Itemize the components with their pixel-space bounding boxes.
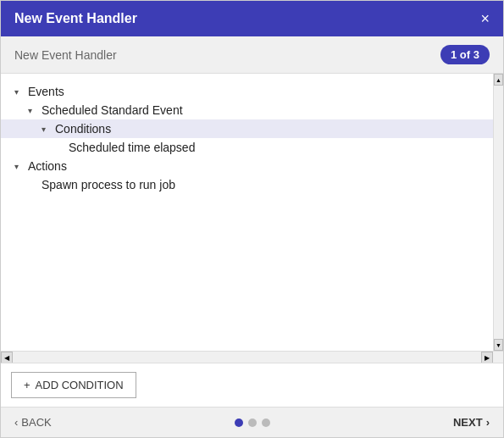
tree-item-label: Scheduled time elapsed (69, 141, 195, 154)
modal-footer: ‹ BACK NEXT › (1, 408, 503, 437)
add-condition-bar: + ADD CONDITION (1, 363, 503, 408)
scroll-right-arrow[interactable]: ▶ (481, 352, 493, 363)
chevron-icon: ▾ (42, 125, 55, 134)
tree-item-events[interactable]: ▾ Events (1, 82, 493, 101)
plus-icon: + (24, 379, 30, 391)
next-chevron-icon: › (486, 416, 490, 429)
tree-item-spawn-process[interactable]: Spawn process to run job (1, 175, 493, 194)
tree-item-scheduled-event[interactable]: ▾ Scheduled Standard Event (1, 101, 493, 119)
dot-2 (248, 419, 257, 427)
back-button[interactable]: ‹ BACK (14, 416, 52, 429)
pagination-dots (235, 419, 270, 427)
right-scrollbar[interactable]: ▲ ▼ (493, 74, 503, 351)
scroll-down-arrow[interactable]: ▼ (494, 339, 503, 351)
chevron-icon (55, 143, 69, 152)
tree-item-label: Spawn process to run job (42, 178, 175, 191)
footer-left: ‹ BACK (14, 416, 52, 429)
tree-item-label: Conditions (55, 122, 111, 136)
bottom-scrollbar-track (13, 352, 481, 363)
tree-item-conditions[interactable]: ▾ Conditions (1, 119, 493, 138)
add-condition-label: ADD CONDITION (36, 379, 124, 391)
scrollbar-track (494, 86, 503, 339)
step-badge: 1 of 3 (440, 45, 490, 64)
chevron-icon (28, 180, 42, 190)
modal-body: ▾ Events ▾ Scheduled Standard Event ▾ Co… (1, 74, 503, 351)
next-label: NEXT (453, 416, 483, 429)
tree-item-label: Actions (28, 159, 67, 173)
modal-title: New Event Handler (14, 11, 137, 26)
modal-header: New Event Handler × (1, 1, 503, 36)
add-condition-button[interactable]: + ADD CONDITION (11, 372, 136, 398)
dot-1 (235, 419, 243, 427)
back-chevron-icon: ‹ (14, 416, 18, 429)
chevron-icon: ▾ (14, 162, 28, 171)
tree-item-actions[interactable]: ▾ Actions (1, 157, 493, 175)
scroll-left-arrow[interactable]: ◀ (1, 352, 13, 363)
modal: New Event Handler × New Event Handler 1 … (0, 0, 504, 438)
chevron-icon: ▾ (14, 87, 28, 97)
dot-3 (262, 419, 270, 427)
next-button[interactable]: NEXT › (453, 416, 490, 429)
subheader-text: New Event Handler (14, 48, 117, 62)
bottom-scrollbar-row: ◀ ▶ (1, 351, 503, 363)
scroll-up-arrow[interactable]: ▲ (494, 74, 503, 86)
tree-area[interactable]: ▾ Events ▾ Scheduled Standard Event ▾ Co… (1, 74, 493, 351)
scrollbar-corner (493, 352, 503, 363)
back-label: BACK (21, 416, 51, 429)
modal-subheader: New Event Handler 1 of 3 (1, 36, 503, 74)
tree-item-label: Events (28, 85, 64, 98)
close-button[interactable]: × (480, 11, 490, 26)
tree-item-label: Scheduled Standard Event (42, 103, 183, 117)
tree-item-scheduled-time[interactable]: Scheduled time elapsed (1, 138, 493, 157)
chevron-icon: ▾ (28, 106, 42, 115)
